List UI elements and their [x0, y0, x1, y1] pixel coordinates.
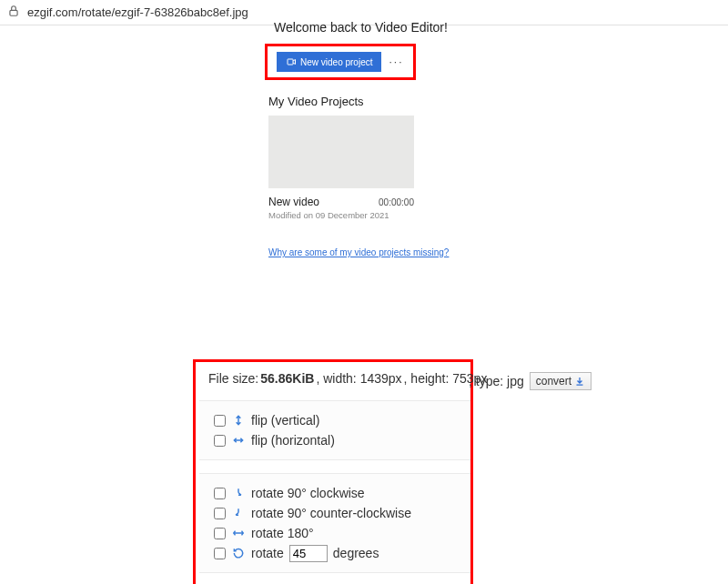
video-editor-heading: Welcome back to Video Editor!	[258, 20, 494, 35]
rotate-180-checkbox[interactable]	[214, 528, 226, 539]
rotate-custom-icon	[231, 547, 246, 559]
file-info: File size: 56.86KiB , width: 1439px , he…	[208, 371, 460, 386]
rotate-ccw-icon	[231, 507, 246, 519]
convert-label: convert	[536, 375, 571, 388]
flip-horizontal-row[interactable]: flip (horizontal)	[214, 430, 456, 450]
flip-horizontal-label: flip (horizontal)	[251, 430, 335, 450]
rotate-custom-suffix: degrees	[333, 543, 379, 563]
flip-vertical-label: flip (vertical)	[251, 410, 319, 430]
rotate-cw-row[interactable]: rotate 90° clockwise	[214, 483, 456, 503]
convert-button[interactable]: convert	[530, 372, 592, 390]
rotate-cw-label: rotate 90° clockwise	[251, 483, 365, 503]
video-icon	[286, 56, 297, 67]
project-thumbnail	[268, 116, 414, 188]
project-duration: 00:00:00	[379, 197, 414, 207]
flip-horizontal-checkbox[interactable]	[214, 435, 226, 447]
flip-vertical-checkbox[interactable]	[214, 415, 226, 427]
rotate-custom-checkbox[interactable]	[214, 548, 226, 559]
projects-subtitle: My Video Projects	[268, 95, 494, 108]
rotate-custom-row[interactable]: rotate degrees	[214, 543, 456, 563]
file-type-info: , type: jpg convert	[469, 372, 592, 390]
rotate-ccw-label: rotate 90° counter-clockwise	[251, 503, 411, 523]
new-project-label: New video project	[300, 57, 372, 67]
rotate-ccw-row[interactable]: rotate 90° counter-clockwise	[214, 503, 456, 523]
rotate-cw-checkbox[interactable]	[214, 488, 226, 499]
new-project-highlight: New video project ···	[265, 44, 416, 80]
rotate-group: rotate 90° clockwise rotate 90° counter-…	[199, 473, 470, 573]
rotate-degrees-input[interactable]	[289, 545, 328, 562]
rotate-options-highlight: File size: 56.86KiB , width: 1439px , he…	[193, 359, 473, 584]
flip-group: flip (vertical) flip (horizontal)	[199, 400, 470, 460]
project-card[interactable]: New video 00:00:00 Modified on 09 Decemb…	[268, 116, 414, 220]
download-icon	[574, 376, 585, 387]
project-modified: Modified on 09 December 2021	[268, 210, 414, 220]
rotate-180-icon	[231, 527, 246, 539]
new-video-project-button[interactable]: New video project	[277, 52, 381, 72]
missing-projects-link[interactable]: Why are some of my video projects missin…	[268, 247, 449, 257]
project-title: New video	[268, 196, 319, 208]
type-label: , type: jpg	[469, 374, 524, 388]
rotate-cw-icon	[231, 487, 246, 499]
url-text[interactable]: ezgif.com/rotate/ezgif-7-63826babc8ef.jp…	[27, 5, 248, 19]
more-button[interactable]: ···	[389, 55, 403, 68]
rotate-custom-prefix: rotate	[251, 543, 284, 563]
svg-rect-1	[288, 59, 293, 65]
rotate-180-row[interactable]: rotate 180°	[214, 523, 456, 543]
svg-rect-0	[10, 10, 17, 15]
flip-horizontal-icon	[231, 434, 246, 447]
lock-icon	[7, 5, 20, 20]
rotate-180-label: rotate 180°	[251, 523, 314, 543]
size-value: 56.86KiB	[260, 371, 314, 386]
size-label: File size:	[208, 371, 258, 386]
flip-vertical-row[interactable]: flip (vertical)	[214, 410, 456, 430]
width-label: , width: 1439px	[316, 371, 401, 386]
rotate-ccw-checkbox[interactable]	[214, 508, 226, 519]
flip-vertical-icon	[231, 414, 246, 427]
